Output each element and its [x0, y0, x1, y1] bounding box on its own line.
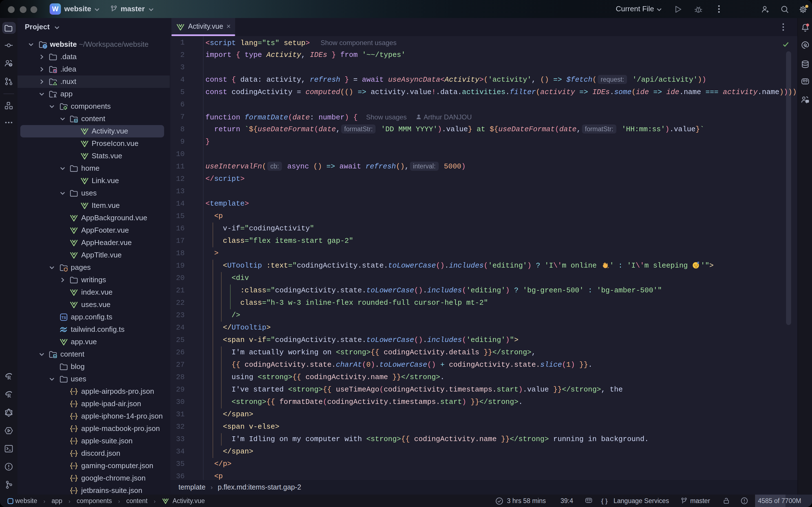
svg-text:?: ? — [10, 63, 11, 66]
svg-text:R: R — [7, 393, 11, 399]
svg-text:R: R — [7, 375, 11, 381]
svg-text:TS: TS — [61, 315, 66, 320]
